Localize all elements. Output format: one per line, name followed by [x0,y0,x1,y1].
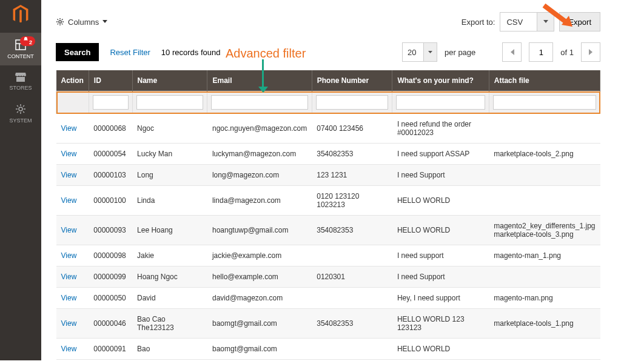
cell-attach: magento-man_1.png [489,245,600,266]
cell-name: Ngoc [132,114,207,144]
chevron-down-icon [543,20,548,24]
table-row: View00000050Daviddavid@magezon.comHey, I… [56,288,600,309]
view-link[interactable]: View [61,124,77,133]
cell-attach: marketplace-tools_2.png [489,144,600,165]
cell-id: 00000050 [89,288,132,309]
page-input[interactable] [529,42,553,62]
view-link[interactable]: View [61,273,77,281]
cell-attach [489,186,600,216]
cell-attach [489,114,600,144]
cell-phone: 0120 123120 1023213 [312,186,392,216]
view-link[interactable]: View [61,171,77,179]
cell-phone: 354082353 [312,309,392,339]
filter-email-input[interactable] [211,95,307,110]
cell-attach: magento2_key_differents_1.jpg marketplac… [489,216,600,245]
cell-name: Linda [132,186,207,216]
cell-phone: 123 1231 [312,165,392,186]
gear-icon [15,103,27,115]
cell-email: david@magezon.com [207,288,312,309]
reset-filter-button[interactable]: Reset Filter [110,48,150,57]
page-total: of 1 [560,48,574,57]
filter-mind-input[interactable] [396,95,485,110]
export-format-select[interactable]: CSV [500,12,554,31]
col-id[interactable]: ID [89,70,132,91]
nav-system[interactable]: SYSTEM [0,97,41,130]
filter-phone-input[interactable] [316,95,389,110]
cell-mind: HELLO WORLD [392,216,489,245]
col-action[interactable]: Action [56,70,89,91]
nav-label: STORES [10,85,32,91]
cell-name: Jakie [132,245,207,266]
nav-content[interactable]: CONTENT 2 [0,33,41,65]
per-page-select[interactable]: 20 [402,42,437,62]
cell-email: ngoc.nguyen@magezon.com [207,114,312,144]
filter-name-input[interactable] [136,95,204,110]
columns-label: Columns [68,18,99,27]
cell-id: 00000098 [89,245,132,266]
cell-attach [489,266,600,288]
search-button[interactable]: Search [56,43,99,61]
cell-phone [312,288,392,309]
view-link[interactable]: View [61,196,77,205]
next-page-button[interactable] [581,42,600,62]
notification-badge: 2 [20,36,35,46]
filter-row [56,91,600,114]
cell-phone [312,245,392,266]
export-button[interactable]: Export [559,12,600,31]
table-row: View00000091Baobaomgt@gmail.comHELLO WOR… [56,339,600,360]
cell-attach [489,165,600,186]
filter-attach-input[interactable] [493,95,596,110]
prev-page-button[interactable] [502,42,522,62]
cell-name: Lucky Man [132,144,207,165]
main-content: Columns Export to: CSV Export Search Res… [41,0,615,360]
cell-email: hello@example.com [207,266,312,288]
view-link[interactable]: View [61,226,77,234]
view-link[interactable]: View [61,251,77,260]
cell-mind: I need Support [392,266,489,288]
col-mind[interactable]: What's on your mind? [392,70,489,91]
svg-point-4 [59,21,61,23]
cell-email: baomgt@gmail.com [207,309,312,339]
cell-email: linda@magezon.com [207,186,312,216]
cell-phone: 07400 123456 [312,114,392,144]
cell-name: Bao Cao The123123 [132,309,207,339]
cell-email: baomgt@gmail.com [207,339,312,360]
view-link[interactable]: View [61,319,77,328]
cell-id: 00000103 [89,165,132,186]
cell-mind: I need support [392,245,489,266]
cell-mind: HELLO WORLD [392,339,489,360]
cell-id: 00000091 [89,339,132,360]
view-link[interactable]: View [61,345,77,353]
table-row: View00000054Lucky Manluckyman@magezon.co… [56,144,600,165]
col-email[interactable]: Email [207,70,312,91]
cell-name: Long [132,165,207,186]
cell-name: Bao [132,339,207,360]
cell-mind: I need support ASSAP [392,144,489,165]
admin-sidebar: CONTENT 2 STORES SYSTEM [0,0,41,360]
cell-mind: Hey, I need support [392,288,489,309]
columns-button[interactable]: Columns [56,18,107,27]
table-row: View00000093Lee Hoanghoangtuwp@gmail.com… [56,216,600,245]
view-link[interactable]: View [61,294,77,302]
view-link[interactable]: View [61,150,77,158]
nav-stores[interactable]: STORES [0,65,41,97]
table-row: View00000100Lindalinda@magezon.com0120 1… [56,186,600,216]
col-attach[interactable]: Attach file [489,70,600,91]
gear-icon [56,18,64,26]
magento-logo [11,5,30,24]
col-phone[interactable]: Phone Number [312,70,392,91]
col-name[interactable]: Name [132,70,207,91]
cell-mind: I need refund the order #00012023 [392,114,489,144]
filter-id-input[interactable] [93,95,129,110]
cell-mind: HELLO WORLD 123 123123 [392,309,489,339]
cell-id: 00000068 [89,114,132,144]
cell-email: jackie@example.com [207,245,312,266]
chevron-down-icon [102,20,107,24]
cell-email: luckyman@magezon.com [207,144,312,165]
cell-mind: I need Support [392,165,489,186]
table-row: View00000099Hoang Ngochello@example.com0… [56,266,600,288]
cell-attach: marketplace-tools_1.png [489,309,600,339]
cell-id: 00000054 [89,144,132,165]
table-row: View00000098Jakiejackie@example.comI nee… [56,245,600,266]
table-row: View00000103Longlong@magezon.com123 1231… [56,165,600,186]
